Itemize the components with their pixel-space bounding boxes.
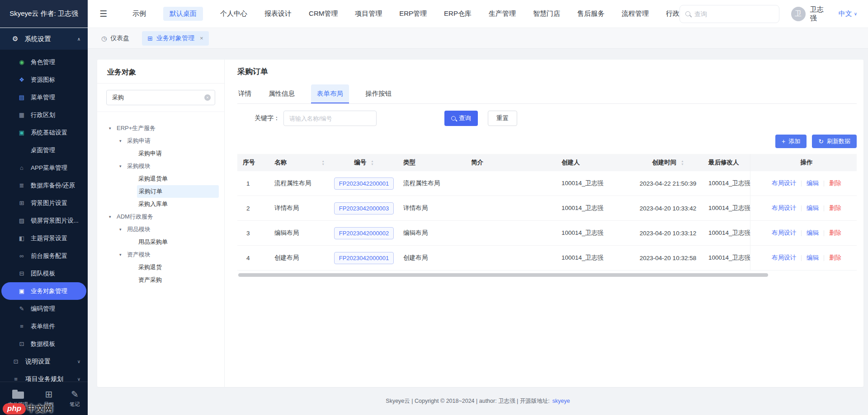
caret-down-icon[interactable]: ▾ bbox=[119, 139, 127, 143]
nav-item-production[interactable]: 生产管理 bbox=[489, 7, 516, 21]
tab-action-buttons[interactable]: 操作按钮 bbox=[364, 84, 392, 103]
sidebar-group-system-settings[interactable]: ⚙ 系统设置 ∧ bbox=[0, 28, 88, 50]
tree-node-purchase-return[interactable]: 采购退货 bbox=[97, 261, 222, 274]
tree-node-purchase-return-order[interactable]: 采购退货单 bbox=[97, 173, 222, 185]
keyword-input[interactable] bbox=[283, 111, 377, 126]
language-switch[interactable]: 中文 ∨ bbox=[839, 9, 857, 18]
tab-business-object-management[interactable]: ⊞ 业务对象管理 × bbox=[142, 31, 208, 46]
close-icon[interactable]: × bbox=[200, 35, 203, 42]
tree-node-erp-production-service[interactable]: ▾ERP+生产服务 bbox=[97, 122, 222, 135]
sidebar-item-role-management[interactable]: ◉角色管理 bbox=[1, 53, 86, 71]
add-button[interactable]: + 添加 bbox=[775, 135, 807, 148]
username[interactable]: 卫志强 bbox=[810, 5, 827, 23]
sidebar-item-resource-icons[interactable]: ❖资源图标 bbox=[1, 71, 86, 89]
nav-item-erp-warehouse[interactable]: ERP仓库 bbox=[444, 7, 472, 21]
sidebar-item-business-object-management[interactable]: ▣业务对象管理 bbox=[1, 282, 86, 300]
global-search-input[interactable] bbox=[694, 10, 774, 18]
delete-link[interactable]: 删除 bbox=[829, 204, 841, 212]
sidebar-item-theme-background-settings[interactable]: ◧主题背景设置 bbox=[1, 229, 86, 247]
layout-design-link[interactable]: 布局设计 bbox=[772, 179, 796, 187]
edit-link[interactable]: 编辑 bbox=[807, 179, 819, 187]
nav-item-crm[interactable]: CRM管理 bbox=[309, 7, 338, 21]
sidebar-group-description-settings[interactable]: ⊡ 说明设置 ∨ bbox=[0, 353, 88, 370]
col-intro: 简介 bbox=[466, 154, 556, 171]
tree-node-asset-module[interactable]: ▾资产模块 bbox=[97, 248, 222, 261]
delete-link[interactable]: 删除 bbox=[829, 179, 841, 187]
layout-design-link[interactable]: 布局设计 bbox=[772, 254, 796, 262]
edit-link[interactable]: 编辑 bbox=[807, 229, 819, 237]
tree-node-purchase-request-group[interactable]: ▾采购申请 bbox=[97, 135, 222, 147]
tree-node-purchase-module[interactable]: ▾采购模块 bbox=[97, 160, 222, 173]
tree-node-purchase-inbound-order[interactable]: 采购入库单 bbox=[97, 198, 222, 210]
sidebar-item-database-backup-restore[interactable]: ≣数据库备份/还原 bbox=[1, 177, 86, 194]
global-search[interactable] bbox=[679, 5, 779, 23]
sidebar-item-menu-management[interactable]: ▤菜单管理 bbox=[1, 89, 86, 106]
tree-node-supplies-module[interactable]: ▾用品模块 bbox=[97, 223, 222, 236]
reset-button[interactable]: 重置 bbox=[488, 111, 517, 126]
nav-item-erp[interactable]: ERP管理 bbox=[399, 7, 427, 21]
edit-link[interactable]: 编辑 bbox=[807, 204, 819, 212]
nav-item-personal-center[interactable]: 个人中心 bbox=[220, 7, 247, 21]
menu-fold-icon[interactable]: ☰ bbox=[99, 9, 107, 19]
tree-node-label: 采购退货 bbox=[138, 263, 162, 271]
nav-item-default-desktop[interactable]: 默认桌面 bbox=[163, 7, 203, 21]
page-title: 采购订单 bbox=[237, 66, 857, 77]
table-body: 1 流程属性布局 FP2023042200001 流程属性布局 100014_卫… bbox=[237, 171, 857, 270]
tree-search-input[interactable] bbox=[106, 90, 215, 105]
tree-node-supplies-purchase-order[interactable]: 用品采购单 bbox=[97, 236, 222, 248]
tab-details[interactable]: 详情 bbox=[237, 84, 252, 103]
menu-icon: ▤ bbox=[18, 94, 25, 101]
nav-item-administration[interactable]: 行政 bbox=[666, 7, 679, 21]
avatar[interactable]: 卫 bbox=[791, 7, 806, 21]
tree-node-purchase-order[interactable]: 采购订单 bbox=[137, 185, 219, 198]
caret-down-icon[interactable]: ▾ bbox=[119, 252, 127, 257]
dashboard-icon: ◷ bbox=[101, 35, 107, 42]
chevron-down-icon: ∨ bbox=[77, 359, 80, 364]
nav-item-smart-store[interactable]: 智慧门店 bbox=[533, 7, 560, 21]
caret-down-icon[interactable]: ▾ bbox=[109, 214, 117, 219]
layout-design-link[interactable]: 布局设计 bbox=[772, 229, 796, 237]
sort-icon[interactable]: ▲▼ bbox=[322, 160, 325, 166]
edit-link[interactable]: 编辑 bbox=[807, 254, 819, 262]
tree-node-adm-service[interactable]: ▾ADM行政服务 bbox=[97, 210, 222, 223]
sidebar-item-administrative-divisions[interactable]: ▦行政区划 bbox=[1, 106, 86, 124]
tab-form-layout[interactable]: 表单布局 bbox=[311, 84, 349, 103]
tree-node-purchase-request[interactable]: 采购申请 bbox=[97, 147, 222, 160]
nav-item-workflow[interactable]: 流程管理 bbox=[622, 7, 649, 21]
caret-down-icon[interactable]: ▾ bbox=[119, 227, 127, 232]
sidebar-item-team-template[interactable]: ⊟团队模板 bbox=[1, 265, 86, 282]
delete-link[interactable]: 删除 bbox=[829, 254, 841, 262]
sidebar-item-background-image-settings[interactable]: ⊞背景图片设置 bbox=[1, 194, 86, 212]
sidebar-item-system-basic-settings[interactable]: ▣系统基础设置 bbox=[1, 124, 86, 141]
search-button[interactable]: 查询 bbox=[444, 111, 478, 126]
horizontal-scrollbar[interactable] bbox=[238, 273, 768, 277]
nav-item-report-design[interactable]: 报表设计 bbox=[264, 7, 292, 21]
sidebar-item-desktop-management[interactable]: 桌面管理 bbox=[1, 141, 86, 159]
caret-down-icon[interactable]: ▾ bbox=[119, 164, 127, 168]
refresh-button[interactable]: ↻ 刷新数据 bbox=[812, 135, 857, 148]
sidebar-item-code-management[interactable]: ✎编码管理 bbox=[1, 300, 86, 317]
tab-attribute-info[interactable]: 属性信息 bbox=[268, 84, 296, 103]
layout-design-link[interactable]: 布局设计 bbox=[772, 204, 796, 212]
cell-code: FP2023042200001 bbox=[330, 171, 398, 196]
sort-icon[interactable]: ▲▼ bbox=[371, 160, 373, 166]
footer-link[interactable]: skyeye bbox=[552, 398, 570, 404]
tab-dashboard[interactable]: ◷ 仪表盘 bbox=[100, 31, 130, 46]
sidebar-item-app-menu-management[interactable]: ⌂APP菜单管理 bbox=[1, 159, 86, 177]
nav-item-examples[interactable]: 示例 bbox=[132, 7, 146, 21]
sidebar-item-frontend-service-config[interactable]: ∞前台服务配置 bbox=[1, 247, 86, 265]
sidebar: ⚙ 系统设置 ∧ ◉角色管理 ❖资源图标 ▤菜单管理 ▦行政区划 ▣系统基础设置… bbox=[0, 28, 88, 415]
sidebar-item-form-components[interactable]: ≡表单组件 bbox=[1, 317, 86, 335]
dock-item-notes[interactable]: ✎ 笔记 bbox=[70, 390, 80, 408]
clear-icon[interactable]: × bbox=[204, 94, 211, 101]
sidebar-item-data-template[interactable]: ⊡数据模板 bbox=[1, 335, 86, 353]
cell-created: 2023-04-20 10:33:12 bbox=[633, 221, 703, 245]
caret-down-icon[interactable]: ▾ bbox=[109, 126, 117, 131]
divider bbox=[801, 230, 802, 236]
tree-node-asset-purchase[interactable]: 资产采购 bbox=[97, 274, 222, 286]
sidebar-item-lockscreen-background-settings[interactable]: ▨锁屏背景图片设... bbox=[1, 212, 86, 229]
nav-item-after-sales[interactable]: 售后服务 bbox=[577, 7, 604, 21]
sort-icon[interactable]: ▲▼ bbox=[681, 160, 684, 166]
nav-item-project[interactable]: 项目管理 bbox=[355, 7, 382, 21]
delete-link[interactable]: 删除 bbox=[829, 229, 841, 237]
